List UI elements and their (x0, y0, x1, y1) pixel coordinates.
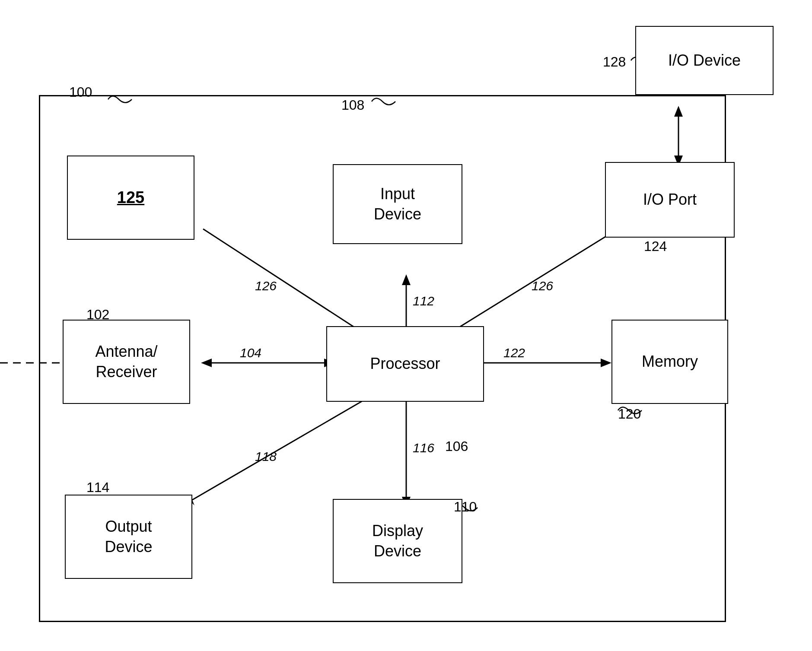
processor-label: Processor (370, 354, 440, 374)
label-104: 104 (240, 346, 261, 360)
output-device-label: OutputDevice (105, 517, 152, 557)
input-device-box: InputDevice (333, 164, 462, 244)
memory-label: Memory (642, 352, 698, 372)
label-108: 108 (341, 97, 364, 113)
memory-box: Memory (611, 320, 728, 404)
label-118: 118 (255, 449, 277, 464)
display-device-label: DisplayDevice (372, 521, 423, 562)
display-device-box: DisplayDevice (333, 499, 462, 583)
output-device-box: OutputDevice (65, 495, 192, 579)
label-112: 112 (413, 294, 434, 308)
label-128: 128 (603, 54, 626, 70)
input-device-label: InputDevice (374, 184, 421, 225)
diagram-container: 100 I/O Device 128 I/O Port 124 InputDev… (0, 0, 812, 651)
label-120: 120 (618, 406, 641, 422)
io-port-label: I/O Port (643, 190, 697, 210)
label-114: 114 (86, 480, 109, 495)
label-126a: 126 (255, 279, 277, 293)
label-122: 122 (503, 346, 525, 360)
antenna-receiver-box: Antenna/Receiver (63, 320, 190, 404)
label-110: 110 (454, 499, 477, 515)
antenna-receiver-label: Antenna/Receiver (95, 342, 157, 382)
node-125-label: 125 (117, 187, 144, 208)
io-device-box: I/O Device (635, 26, 774, 95)
io-port-box: I/O Port (605, 162, 735, 238)
label-126b: 126 (532, 279, 553, 293)
label-116: 116 (413, 441, 434, 455)
node-125-box: 125 (67, 156, 194, 240)
label-102: 102 (86, 307, 109, 323)
label-100: 100 (69, 84, 92, 100)
label-106: 106 (445, 438, 468, 454)
processor-box: Processor (326, 326, 484, 402)
io-device-label: I/O Device (668, 51, 741, 71)
label-124: 124 (644, 238, 667, 254)
